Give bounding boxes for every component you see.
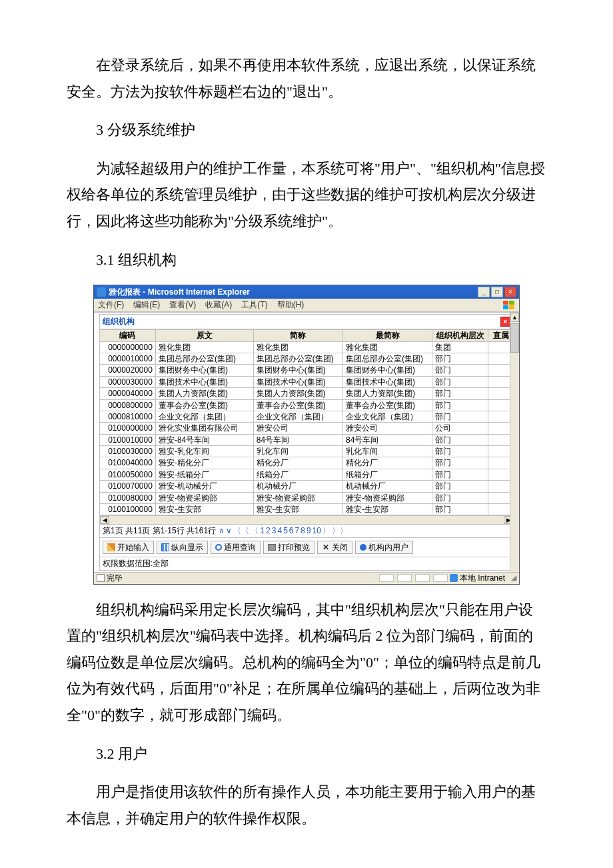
close-button[interactable]: × bbox=[504, 287, 516, 297]
pager-link[interactable]: 6 bbox=[289, 526, 294, 535]
table-cell: 纸箱分厂 bbox=[343, 469, 432, 480]
table-row[interactable]: 0000040000集团人力资部(集团)集团人力资部(集团)集团人力资部(集团)… bbox=[100, 388, 514, 399]
table-cell: 董事会办公室(集团) bbox=[343, 399, 432, 411]
scroll-up-icon[interactable]: ▲ bbox=[510, 313, 519, 322]
table-cell: 集团财务中心(集团) bbox=[253, 365, 342, 376]
menu-edit[interactable]: 编辑(E) bbox=[133, 300, 160, 309]
table-cell: 0000030000 bbox=[100, 376, 156, 387]
ie-window: 雅化报表 - Microsoft Internet Explorer _ □ ×… bbox=[93, 285, 520, 584]
pager-link[interactable]: 10 bbox=[312, 526, 321, 535]
pager-link[interactable]: 3 bbox=[272, 526, 277, 535]
menubar: 文件(F) 编辑(E) 查看(V) 收藏(A) 工具(T) 帮助(H) bbox=[94, 299, 519, 312]
done-icon bbox=[97, 574, 105, 582]
table-row[interactable]: 0100040000雅安-精化分厂精化分厂精化分厂部门 bbox=[100, 457, 514, 469]
table-cell: 雅化实业集团有限公司 bbox=[155, 423, 253, 434]
pager-link[interactable]: 4 bbox=[277, 526, 282, 535]
table-cell: 0100070000 bbox=[100, 481, 156, 492]
print-button[interactable]: 打印预览 bbox=[263, 541, 314, 554]
menu-file[interactable]: 文件(F) bbox=[98, 300, 124, 309]
print-icon bbox=[268, 544, 276, 551]
pager-link[interactable]: 8 bbox=[301, 526, 305, 535]
table-row[interactable]: 0000000000雅化集团雅化集团雅化集团集团 bbox=[100, 341, 514, 353]
col-code[interactable]: 编码 bbox=[100, 330, 156, 341]
col-shortest[interactable]: 最简称 bbox=[343, 330, 432, 341]
scroll-thumb[interactable] bbox=[510, 323, 519, 353]
panel-title: 组织机构 bbox=[103, 317, 135, 326]
x-button[interactable]: ✕关闭 bbox=[317, 541, 352, 554]
panel-toolbar: 开始输入纵向显示通用查询打印预览✕关闭机构内用户 bbox=[99, 538, 514, 557]
table-cell: 机动械分厂 bbox=[253, 481, 342, 492]
minimize-button[interactable]: _ bbox=[478, 287, 490, 297]
pager-link[interactable]: 5 bbox=[283, 526, 288, 535]
windows-logo-icon bbox=[503, 301, 515, 310]
table-cell: 雅安-乳化车间 bbox=[155, 446, 253, 457]
menu-favorites[interactable]: 收藏(A) bbox=[205, 300, 232, 309]
find-button[interactable]: 通用查询 bbox=[211, 541, 261, 554]
table-row[interactable]: 0100000000雅化实业集团有限公司雅安公司雅安公司公司 bbox=[100, 423, 514, 434]
panel-close-icon[interactable]: × bbox=[500, 317, 510, 327]
resize-grip-icon[interactable]: ◢ bbox=[511, 573, 516, 582]
pager-link[interactable]: 2 bbox=[266, 526, 271, 535]
col-short[interactable]: 简称 bbox=[253, 330, 342, 341]
table-cell: 精化分厂 bbox=[253, 457, 342, 469]
user-button[interactable]: 机构内用户 bbox=[355, 541, 413, 554]
ie-icon bbox=[97, 287, 106, 297]
table-row[interactable]: 0000010000集团总部办公室(集团)集团总部办公室(集团)集团总部办公室(… bbox=[100, 353, 514, 364]
table-cell: 0000000000 bbox=[100, 341, 156, 353]
table-cell: 雅化集团 bbox=[343, 341, 432, 353]
paragraph-coding: 组织机构编码采用定长层次编码，其中"组织机构层次"只能在用户设置的"组织机构层次… bbox=[67, 597, 546, 729]
pager-link[interactable]: 〉 bbox=[322, 526, 330, 535]
pager-link[interactable]: 1 bbox=[260, 526, 265, 535]
pager-link[interactable]: ∨ bbox=[226, 526, 232, 535]
status-pane bbox=[397, 574, 412, 582]
table-cell: 集团技术中心(集团) bbox=[253, 376, 342, 387]
table-row[interactable]: 0000030000集团技术中心(集团)集团技术中心(集团)集团技术中心(集团)… bbox=[100, 376, 514, 387]
pager-link[interactable]: 7 bbox=[295, 526, 300, 535]
cols-button[interactable]: 纵向显示 bbox=[157, 541, 208, 554]
titlebar[interactable]: 雅化报表 - Microsoft Internet Explorer _ □ × bbox=[94, 285, 519, 299]
pager-link[interactable]: 〈 bbox=[251, 526, 259, 535]
menu-view[interactable]: 查看(V) bbox=[169, 300, 196, 309]
table-row[interactable]: 0100050000雅安-纸箱分厂纸箱分厂纸箱分厂部门 bbox=[100, 469, 514, 480]
user-icon bbox=[360, 544, 366, 551]
maximize-button[interactable]: □ bbox=[491, 287, 503, 297]
pen-icon bbox=[107, 543, 115, 551]
table-row[interactable]: 0100100000雅安-生安部雅安-生安部雅安-生安部部门 bbox=[100, 504, 514, 515]
table-row[interactable]: 0000020000集团财务中心(集团)集团财务中心(集团)集团财务中心(集团)… bbox=[100, 365, 514, 376]
table-cell: 集团技术中心(集团) bbox=[343, 376, 432, 387]
table-cell: 机动械分厂 bbox=[343, 481, 432, 492]
col-level[interactable]: 组织机构层次 bbox=[432, 330, 488, 341]
table-row[interactable]: 0100010000雅安-84号车间84号车间84号车间部门 bbox=[100, 434, 514, 445]
pager-info: 第1页 共11页 第1-15行 共161行 bbox=[103, 526, 216, 535]
menu-tools[interactable]: 工具(T) bbox=[241, 300, 267, 309]
heading-section-3: 3 分级系统维护 bbox=[67, 117, 546, 143]
table-row[interactable]: 0000800000董事会办公室(集团)董事会办公室(集团)董事会办公室(集团)… bbox=[100, 399, 514, 411]
col-original[interactable]: 原文 bbox=[155, 330, 253, 341]
status-pane bbox=[415, 574, 430, 582]
pager-link[interactable]: 〈〈 bbox=[233, 526, 249, 535]
pen-button[interactable]: 开始输入 bbox=[103, 541, 154, 554]
zone-label: 本地 Intranet bbox=[460, 573, 505, 583]
table-cell: 部门 bbox=[432, 376, 488, 387]
table-row[interactable]: 0100030000雅安-乳化车间乳化车间乳化车间部门 bbox=[100, 446, 514, 457]
pager-link[interactable]: ∧ bbox=[219, 526, 225, 535]
pager-link[interactable]: 9 bbox=[306, 526, 311, 535]
table-cell: 集团人力资部(集团) bbox=[155, 388, 253, 399]
scroll-left-icon[interactable]: ◀ bbox=[100, 516, 109, 524]
table-cell: 雅化集团 bbox=[253, 341, 342, 353]
horizontal-scrollbar[interactable]: ◀ ▶ bbox=[99, 515, 514, 525]
table-cell: 企业文化部（集团） bbox=[253, 411, 342, 422]
table-cell: 部门 bbox=[432, 434, 488, 445]
menu-help[interactable]: 帮助(H) bbox=[277, 300, 305, 309]
pager-link[interactable]: 〉〉 bbox=[332, 526, 348, 535]
table-cell: 乳化车间 bbox=[253, 446, 342, 457]
content-area: ▲ 组织机构 × 编码 原文 简称 最简称 组织机构层次 直属 000000 bbox=[94, 312, 519, 571]
table-row[interactable]: 0000810000企业文化部（集团）企业文化部（集团）企业文化部（集团）部门 bbox=[100, 411, 514, 422]
table-cell: 企业文化部（集团） bbox=[155, 411, 253, 422]
table-cell: 0100030000 bbox=[100, 446, 156, 457]
heading-section-3-1: 3.1 组织机构 bbox=[67, 247, 546, 273]
table-cell: 雅安-物资采购部 bbox=[253, 492, 342, 503]
table-row[interactable]: 0100070000雅安-机动械分厂机动械分厂机动械分厂部门 bbox=[100, 481, 514, 492]
table-row[interactable]: 0100080000雅安-物资采购部雅安-物资采购部雅安-物资采购部部门 bbox=[100, 492, 514, 503]
vertical-scrollbar[interactable]: ▲ bbox=[510, 313, 519, 571]
